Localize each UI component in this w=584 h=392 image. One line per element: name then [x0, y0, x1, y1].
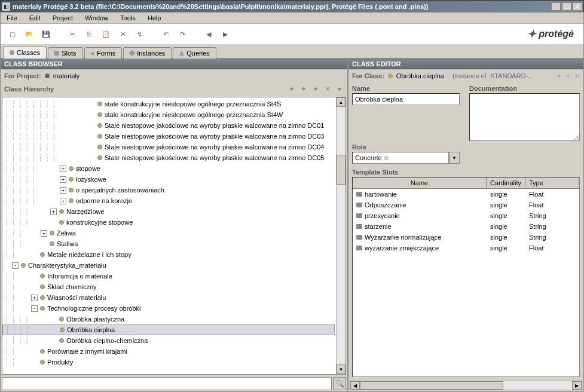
editor-tool-1[interactable]: ✦ — [557, 72, 562, 80]
redo-button[interactable]: ↷ — [175, 27, 189, 41]
forms-tab-icon: ≡ — [91, 50, 94, 57]
tree-node[interactable]: ┊ ┊ Produkty — [2, 357, 345, 368]
tab-queries[interactable]: Queries — [173, 47, 216, 59]
expand-icon[interactable]: + — [50, 209, 57, 215]
tree-node[interactable]: ┊ ┊ +Własności materiału — [2, 292, 345, 303]
horizontal-scrollbar[interactable]: ◀ ▶ — [350, 381, 582, 390]
tree-node[interactable]: ┊ ┊ ┊ ┊ ┊ +łożyskowe — [2, 174, 345, 185]
tab-classes[interactable]: Classes — [3, 47, 47, 59]
tree-node[interactable]: ┊ ┊ ┊ +Żeliwa — [2, 228, 345, 238]
scroll-down-button[interactable]: ▼ — [337, 365, 345, 374]
menu-window[interactable]: Window — [81, 13, 112, 23]
tree-node[interactable]: ┊ ┊ ┊ ┊ Obróbka cieplna — [2, 324, 335, 335]
expand-icon[interactable]: + — [60, 187, 66, 194]
table-row[interactable]: wyżarzanie zmiękczającesingleFloat — [353, 243, 579, 253]
editor-tool-2[interactable]: ✦ — [565, 72, 571, 80]
save-button[interactable]: 💾 — [39, 27, 53, 41]
hscroll-thumb[interactable] — [360, 381, 503, 390]
menu-edit[interactable]: Edit — [26, 13, 44, 23]
tree-node[interactable]: ┊ ┊ ┊ ┊ ┊ ┊ ┊ ┊ Stale niestopowe jakości… — [2, 120, 345, 131]
undo-button[interactable]: ↶ — [158, 27, 173, 41]
tree-tool-2[interactable]: ✦ — [299, 85, 308, 93]
table-row[interactable]: przesycaniesingleString — [353, 210, 579, 221]
collapse-icon[interactable]: - — [12, 262, 19, 269]
vertical-scrollbar[interactable]: ▲ ▼ — [336, 97, 345, 374]
copy-button[interactable]: ⎘ — [82, 27, 96, 41]
scroll-up-button[interactable]: ▲ — [337, 97, 345, 107]
editor-tool-close[interactable]: ✕ — [574, 72, 580, 80]
tree-node[interactable]: ┊ ┊ ┊ ┊ ┊ ┊ ┊ ┊ Stale niestopowe jakości… — [2, 142, 345, 152]
tree-node[interactable]: ┊ ┊ ┊ ┊ Obróbka plastyczna — [2, 314, 345, 324]
tree-tool-menu[interactable]: ▾ — [335, 85, 344, 93]
tree-tool-1[interactable]: ✦ — [288, 85, 296, 93]
expand-icon[interactable]: + — [60, 166, 66, 172]
tree-node[interactable]: ┊ ┊ Skład chemiczny — [2, 281, 345, 292]
tree-node[interactable]: ┊ ┊ -Technologiczne procesy obróbki — [2, 303, 345, 314]
maximize-button[interactable]: □ — [562, 2, 571, 11]
tree-tool-3[interactable]: ✦ — [311, 85, 320, 93]
collapse-icon[interactable]: - — [31, 305, 38, 312]
expand-icon[interactable]: + — [60, 198, 66, 204]
table-row[interactable]: Wyżarzanie normalizującesingleString — [353, 232, 579, 243]
menu-tools[interactable]: Tools — [117, 13, 139, 23]
tree-node[interactable]: ┊ ┊ ┊ ┊ ┊ ┊ ┊ ┊ Stale niestopowe jakości… — [2, 152, 345, 163]
expand-icon[interactable]: + — [31, 295, 38, 301]
menu-file[interactable]: File — [3, 13, 21, 23]
tree-node[interactable]: ┊ ┊ ┊ ┊ konstrukcyjne stopowe — [2, 217, 345, 228]
paste-button[interactable]: 📋 — [99, 27, 113, 41]
delete-button[interactable]: ↯ — [132, 27, 146, 41]
expand-icon[interactable]: + — [60, 176, 66, 183]
role-select[interactable]: Concrete — [352, 152, 449, 164]
table-row[interactable]: OdpuszczaniesingleFloat — [353, 200, 579, 210]
scroll-thumb[interactable] — [337, 155, 345, 185]
tree-node[interactable]: ┊ ┊ ┊ ┊ Obróbka cieplno-chemiczna — [2, 335, 345, 346]
back-button[interactable]: ◀ — [201, 27, 216, 41]
tree-node[interactable]: ┊ ┊ ┊ ┊ ┊ ┊ ┊ ┊ stale konstrukcyjne nies… — [2, 109, 345, 120]
tree-node[interactable]: ┊ ┊ Porównaie z innymi krajami — [2, 346, 345, 357]
tree-node[interactable]: ┊ ┊ ┊ ┊ ┊ +o specjalnych zastosowaniach — [2, 185, 345, 195]
hscroll-right-button[interactable]: ▶ — [572, 381, 582, 390]
tab-forms[interactable]: ≡Forms — [84, 47, 123, 59]
search-button[interactable]: 🔍 — [333, 377, 346, 390]
name-input[interactable] — [352, 93, 460, 105]
forward-button[interactable]: ▶ — [218, 27, 233, 41]
column-name[interactable]: Name — [353, 177, 487, 188]
tree-node[interactable]: ┊ ┊ ┊ ┊ ┊ +stopowe — [2, 163, 345, 174]
column-cardinality[interactable]: Cardinality — [487, 177, 525, 188]
menu-project[interactable]: Project — [49, 13, 77, 23]
queries-tab-icon — [179, 51, 184, 56]
tree-tool-4[interactable]: ✕ — [323, 85, 332, 93]
close-button[interactable]: × — [573, 2, 582, 11]
tree-node-label: Metale nieżelazne i ich stopy — [47, 251, 132, 258]
tree-node[interactable]: ┊ ┊ Inforamcja o materiale — [2, 271, 345, 281]
tab-instances[interactable]: Instances — [123, 47, 172, 59]
main-content: CLASS BROWSER For Project: materialy Cla… — [0, 59, 584, 392]
documentation-textarea[interactable] — [469, 93, 580, 141]
tree-node[interactable]: ┊ ┊ ┊ ┊ +Narzędziowe — [2, 206, 345, 217]
open-button[interactable]: 📂 — [22, 27, 36, 41]
search-input[interactable] — [2, 377, 332, 390]
new-button[interactable]: ▢ — [5, 27, 20, 41]
tree-node[interactable]: ┊ ┊ ┊ ┊ ┊ ┊ ┊ ┊ Stale niestopowe jakości… — [2, 131, 345, 142]
tree-node-label: Narzędziowe — [66, 208, 105, 215]
archive-button[interactable]: ✕ — [115, 27, 130, 41]
tree-node[interactable]: ┊ ┊ ┊ ┊ ┊ +odporne na korozje — [2, 195, 345, 206]
class-editor-header: CLASS EDITOR — [348, 59, 583, 69]
menu-help[interactable]: Help — [144, 13, 165, 23]
expand-icon[interactable]: + — [41, 230, 47, 237]
cut-button[interactable]: ✂ — [65, 27, 80, 41]
role-dropdown-button[interactable]: ▼ — [449, 152, 460, 164]
slot-cardinality: single — [487, 244, 525, 252]
minimize-button[interactable]: _ — [551, 2, 561, 11]
tree-node[interactable]: ┊ ┊ ┊ ┊ ┊ ┊ ┊ ┊ stale konstrukcyjne nies… — [2, 99, 345, 109]
tree-node[interactable]: ┊ ┊ Metale nieżelazne i ich stopy — [2, 249, 345, 260]
hscroll-left-button[interactable]: ◀ — [350, 381, 360, 390]
table-row[interactable]: starzeniesingleString — [353, 221, 579, 232]
slot-type: Float — [525, 201, 579, 209]
column-type[interactable]: Type — [525, 177, 579, 188]
tree-node[interactable]: ┊ ┊ ┊ Staliwa — [2, 238, 345, 249]
table-row[interactable]: hartowaniesingleFloat — [353, 189, 579, 200]
class-tree[interactable]: ┊ ┊ ┊ ┊ ┊ ┊ ┊ ┊ stale konstrukcyjne nies… — [2, 97, 345, 369]
tree-node[interactable]: -Charakterystyka_materiału — [2, 260, 345, 271]
tab-slots[interactable]: Slots — [48, 47, 82, 59]
